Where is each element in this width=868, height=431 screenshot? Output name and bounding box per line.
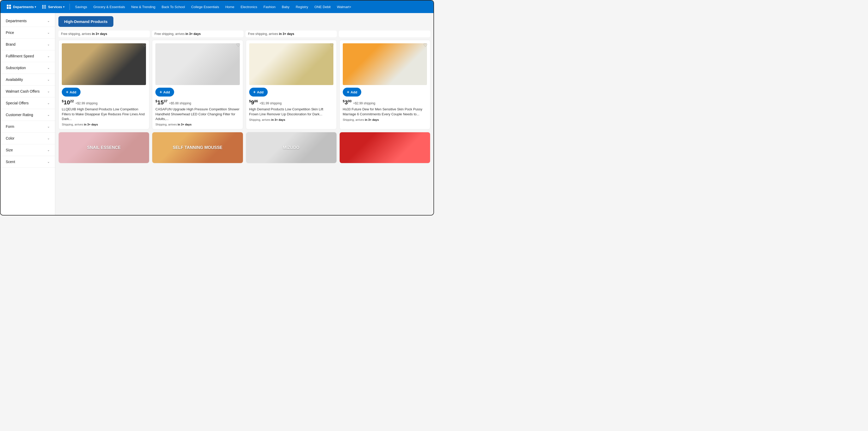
sidebar-filter-departments[interactable]: Departments⌄ [1, 15, 55, 27]
price-shipping-p3: +$1.99 shipping [259, 102, 281, 105]
shipping-tag-p4: Shipping, arrives in 3+ days [343, 118, 427, 121]
sidebar-filter-availability[interactable]: Availability⌄ [1, 74, 55, 86]
add-to-cart-p1[interactable]: + Add [62, 88, 81, 96]
main-content: High-Demand Products Free shipping, arri… [55, 13, 433, 215]
price-shipping-p2: +$5.88 shipping [169, 102, 191, 105]
sidebar-filter-scent[interactable]: Scent⌄ [1, 156, 55, 168]
nav-link-trending[interactable]: New & Trending [129, 4, 158, 10]
shipping-tag-p2: Shipping, arrives in 3+ days [155, 123, 240, 126]
nav-link-registry[interactable]: Registry [294, 4, 310, 10]
sidebar-filter-brand[interactable]: Brand⌄ [1, 38, 55, 50]
nav-link-walmartplus[interactable]: Walmart+ [335, 4, 353, 10]
add-label-p3: Add [257, 90, 264, 94]
departments-button[interactable]: Departments ▾ [5, 4, 38, 10]
wishlist-button-p3[interactable]: ♡ [330, 43, 334, 48]
shipping-info-1: Free shipping, arrives in 3+ days [58, 31, 150, 37]
departments-label: Departments [13, 5, 34, 9]
nav-link-baby[interactable]: Baby [280, 4, 292, 10]
nav-link-electronics[interactable]: Electronics [239, 4, 259, 10]
filter-chevron-color: ⌄ [47, 137, 50, 140]
shipping-info-4 [339, 31, 430, 37]
product-img-bg-p1 [62, 43, 146, 85]
sidebar-filter-walmart-cash-offers[interactable]: Walmart Cash Offers⌄ [1, 86, 55, 97]
filter-chevron-subscription: ⌄ [47, 66, 50, 70]
wishlist-button-p2[interactable]: ♡ [236, 43, 240, 48]
price-main-p2: $1537 [155, 99, 167, 106]
filter-chevron-customer-rating: ⌄ [47, 113, 50, 117]
bottom-product-card-b2: ♡SELF TANNING MOUSSE [152, 132, 243, 163]
services-chevron: ▾ [63, 5, 64, 8]
product-img-bg-p2 [155, 43, 240, 85]
sidebar-filter-subscription[interactable]: Subscription⌄ [1, 62, 55, 74]
services-button[interactable]: Services ▾ [40, 4, 66, 10]
filter-label-size: Size [6, 148, 13, 152]
filter-chevron-brand: ⌄ [47, 42, 50, 46]
product-title-p3: High Demand Products Low Competition Ski… [249, 107, 333, 116]
filter-label-form: Form [6, 124, 14, 128]
nav-link-onedebit[interactable]: ONE Debit [312, 4, 333, 10]
product-img-bg-p4 [343, 43, 427, 85]
shipping-tag-p3: Shipping, arrives in 3+ days [249, 118, 333, 121]
add-to-cart-p3[interactable]: + Add [249, 88, 268, 96]
nav-link-home[interactable]: Home [223, 4, 237, 10]
product-image-p2 [155, 43, 240, 85]
filter-label-walmart-cash-offers: Walmart Cash Offers [6, 89, 40, 93]
add-label-p4: Add [350, 90, 357, 94]
plus-icon-p3: + [253, 90, 256, 94]
wishlist-button-p4[interactable]: ♡ [423, 43, 428, 48]
add-to-cart-p2[interactable]: + Add [155, 88, 174, 96]
sidebar-filter-fulfillment-speed[interactable]: Fulfillment Speed⌄ [1, 50, 55, 62]
sidebar-filter-customer-rating[interactable]: Customer Rating⌄ [1, 109, 55, 121]
filter-label-scent: Scent [6, 160, 15, 164]
body-layout: Departments⌄Price⌄Brand⌄Fulfillment Spee… [1, 13, 433, 215]
filter-label-special-offers: Special Offers [6, 101, 29, 105]
wishlist-button-p1[interactable]: ♡ [142, 43, 147, 48]
product-image-p1 [62, 43, 146, 85]
nav-link-savings[interactable]: Savings [73, 4, 89, 10]
nav-link-grocery[interactable]: Grocery & Essentials [91, 4, 127, 10]
price-row-p4: $300 +$2.99 shipping [343, 99, 427, 106]
price-shipping-p1: +$2.99 shipping [75, 102, 97, 105]
filter-chevron-special-offers: ⌄ [47, 101, 50, 105]
high-demand-badge: High-Demand Products [58, 16, 114, 27]
sidebar-filter-price[interactable]: Price⌄ [1, 27, 55, 38]
add-to-cart-p4[interactable]: + Add [343, 88, 362, 96]
bottom-label-b3: MIZUDO [283, 145, 300, 150]
nav-link-backtoschool[interactable]: Back To School [159, 4, 187, 10]
filter-label-availability: Availability [6, 78, 23, 82]
product-card-p4: ♡ + Add $300 +$2.99 shipping Hs33 Future… [339, 40, 430, 130]
nav-link-college[interactable]: College Essentials [189, 4, 221, 10]
top-navigation: Departments ▾ Services ▾ Savings Grocery… [1, 1, 433, 13]
services-dots-icon [42, 5, 46, 9]
price-shipping-p4: +$2.99 shipping [353, 102, 375, 105]
departments-grid-icon [7, 5, 11, 9]
bottom-img-b4 [340, 132, 430, 163]
price-row-p3: $986 +$1.99 shipping [249, 99, 333, 106]
sidebar-filter-color[interactable]: Color⌄ [1, 133, 55, 144]
filter-chevron-availability: ⌄ [47, 78, 50, 81]
product-card-p2: ♡ + Add $1537 +$5.88 shipping CASAFUN Up… [152, 40, 243, 130]
filter-label-fulfillment-speed: Fulfillment Speed [6, 54, 34, 58]
price-main-p3: $986 [249, 99, 258, 106]
product-title-p4: Hs33 Future Dew for Men Sensitive Skin P… [343, 107, 427, 116]
nav-link-fashion[interactable]: Fashion [261, 4, 278, 10]
product-grid: ♡ + Add $1022 +$2.99 shipping LLQEUIB Hi… [58, 40, 430, 130]
sidebar-filter-form[interactable]: Form⌄ [1, 121, 55, 133]
shipping-info-3: Free shipping, arrives in 3+ days [246, 31, 337, 37]
price-main-p1: $1022 [62, 99, 74, 106]
departments-chevron: ▾ [35, 5, 36, 8]
product-img-bg-p3 [249, 43, 333, 85]
sidebar-filter-special-offers[interactable]: Special Offers⌄ [1, 97, 55, 109]
plus-icon-p2: + [159, 90, 162, 94]
product-title-p2: CASAFUN Upgrade High Pressure Competitio… [155, 107, 240, 121]
product-image-p4 [343, 43, 427, 85]
filter-label-subscription: Subscription [6, 66, 26, 70]
plus-icon-p4: + [347, 90, 349, 94]
filter-label-brand: Brand [6, 42, 16, 47]
filter-chevron-form: ⌄ [47, 125, 50, 128]
filter-label-customer-rating: Customer Rating [6, 113, 33, 117]
sidebar-filter-size[interactable]: Size⌄ [1, 144, 55, 156]
bottom-label-b2: SELF TANNING MOUSSE [173, 145, 222, 150]
filter-label-color: Color [6, 136, 14, 140]
top-shipping-row: Free shipping, arrives in 3+ days Free s… [58, 31, 430, 37]
